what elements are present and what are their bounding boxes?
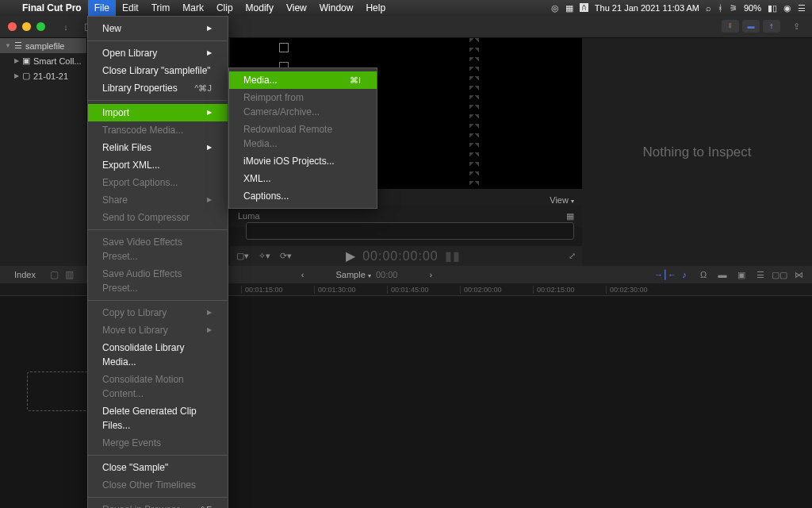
connect-clip-icon[interactable]: ▥	[65, 269, 74, 280]
siri-icon[interactable]: ◉	[783, 3, 791, 13]
layout-inspector-button[interactable]: ⫯	[763, 20, 780, 33]
project-name-dropdown[interactable]: Sample ▾ 00:00	[335, 270, 397, 279]
menu-mark[interactable]: Mark	[176, 0, 210, 16]
ruler-tick: 00:02:30:00	[606, 286, 679, 294]
clip-appearance-icon[interactable]: ▢	[50, 269, 59, 280]
file-close-library[interactable]: Close Library "samplefile"	[88, 62, 228, 79]
smart-collection-label: Smart Coll...	[33, 56, 82, 66]
wifi-icon[interactable]: ⚞	[730, 3, 737, 13]
import-media[interactable]: Media...⌘I	[229, 71, 377, 89]
audio-skim-icon[interactable]: ♪	[679, 269, 690, 280]
prev-edit-button[interactable]: ‹	[301, 270, 304, 279]
menu-view[interactable]: View	[280, 0, 313, 16]
chevron-right-icon: ▶	[14, 72, 19, 79]
next-edit-button[interactable]: ›	[429, 270, 432, 279]
minimize-window[interactable]	[22, 22, 31, 31]
screen-rec-icon[interactable]: ◎	[551, 3, 559, 13]
file-relink[interactable]: Relink Files	[88, 139, 228, 156]
import-xml[interactable]: XML...	[229, 170, 377, 187]
calendar-icon[interactable]: ▦	[565, 3, 573, 13]
library-sidebar: ▼ ☰ samplefile ▶ ▣ Smart Coll... ▶ ▢ 21-…	[0, 38, 87, 266]
menu-help[interactable]: Help	[359, 0, 392, 16]
control-center-icon[interactable]: ☰	[798, 3, 806, 13]
ruler-tick: 00:01:15:00	[241, 286, 314, 294]
chevron-down-icon: ▼	[5, 42, 11, 49]
spotlight-icon[interactable]: ⌕	[706, 3, 711, 13]
fullscreen-window[interactable]	[36, 22, 45, 31]
play-button[interactable]: ▶	[346, 248, 356, 264]
scope-input[interactable]	[246, 222, 574, 240]
input-icon[interactable]: 🅰	[580, 3, 588, 13]
clip-appearance-icon[interactable]: ☰	[755, 269, 766, 280]
file-reveal-browser: Reveal in Browser⇧F	[88, 501, 228, 508]
timecode-display[interactable]: 00:00:00:00	[362, 249, 439, 264]
clock[interactable]: Thu 21 Jan 2021 11:03 AM	[595, 3, 699, 13]
file-close-sample[interactable]: Close "Sample"	[88, 459, 228, 476]
retime-tool[interactable]: ⟳▾	[280, 251, 292, 261]
close-window[interactable]	[8, 22, 17, 31]
timeline-index-button[interactable]: Index	[0, 270, 50, 279]
solo-icon[interactable]: Ω	[698, 269, 709, 280]
chevron-down-icon: ▾	[571, 198, 574, 205]
file-new[interactable]: New	[88, 20, 228, 37]
layout-timeline-button[interactable]: ▬	[742, 20, 760, 33]
file-close-other-timelines: Close Other Timelines	[88, 476, 228, 494]
chevron-right-icon: ▶	[14, 57, 19, 64]
transport-bar: ▢▾ ✧▾ ⟳▾ ▶ 00:00:00:00 ▮▮ ⤢	[230, 246, 582, 266]
menu-edit[interactable]: Edit	[116, 0, 145, 16]
transitions-icon[interactable]: ⋈	[793, 269, 804, 280]
scope-settings-icon[interactable]: ▦	[566, 211, 574, 221]
event-icon: ▢	[22, 71, 30, 81]
fullscreen-viewer-button[interactable]: ⤢	[569, 251, 576, 261]
app-menu[interactable]: Final Cut Pro	[16, 2, 88, 13]
import-captions[interactable]: Captions...	[229, 187, 377, 205]
file-move-library: Move to Library	[88, 321, 228, 339]
inspector-empty-label: Nothing to Inspect	[642, 144, 751, 160]
library-icon: ☰	[14, 40, 22, 51]
file-transcode: Transcode Media...	[88, 121, 228, 139]
skimming-icon[interactable]: →⎮←	[660, 269, 671, 280]
transform-tool[interactable]: ▢▾	[236, 251, 249, 261]
file-save-video-fx: Save Video Effects Preset...	[88, 233, 228, 265]
file-consolidate-library[interactable]: Consolidate Library Media...	[88, 339, 228, 371]
menu-clip[interactable]: Clip	[210, 0, 239, 16]
menu-file[interactable]: File	[88, 0, 116, 16]
smart-collection-row[interactable]: ▶ ▣ Smart Coll...	[0, 53, 86, 68]
library-name: samplefile	[25, 41, 65, 51]
ruler-tick: 00:02:00:00	[460, 286, 533, 294]
event-row[interactable]: ▶ ▢ 21-01-21	[0, 68, 86, 83]
snap-icon[interactable]: ▬	[717, 269, 728, 280]
effects-icon[interactable]: ▢▢	[774, 269, 785, 280]
layout-browser-button[interactable]: ⦀	[722, 20, 739, 33]
menubar-status: ◎ ▦ 🅰 Thu 21 Jan 2021 11:03 AM ⌕ ᚼ ⚞ 90%…	[551, 3, 812, 13]
slot-checkbox[interactable]	[279, 43, 289, 52]
file-export-xml[interactable]: Export XML...	[88, 156, 228, 174]
menu-window[interactable]: Window	[313, 0, 360, 16]
file-copy-library: Copy to Library	[88, 304, 228, 321]
file-open-library[interactable]: Open Library	[88, 44, 228, 62]
share-button[interactable]: ⇪	[787, 20, 806, 34]
window-controls	[0, 22, 53, 31]
bluetooth-icon[interactable]: ᚼ	[718, 3, 723, 13]
audio-meter: ▮▮	[445, 248, 461, 264]
view-menu-button[interactable]: View ▾	[550, 195, 574, 205]
library-row[interactable]: ▼ ☰ samplefile	[0, 38, 86, 53]
battery-pct: 90%	[744, 3, 761, 13]
scope-label: Luma	[238, 211, 260, 221]
file-consolidate-motion: Consolidate Motion Content...	[88, 371, 228, 402]
file-merge-events: Merge Events	[88, 434, 228, 452]
import-reimport: Reimport from Camera/Archive...	[229, 89, 377, 121]
menu-modify[interactable]: Modify	[239, 0, 280, 16]
import-imovie[interactable]: iMovie iOS Projects...	[229, 152, 377, 170]
tool-icon[interactable]: ▣	[736, 269, 747, 280]
import-media-button[interactable]: ↓	[56, 20, 75, 34]
menu-trim[interactable]: Trim	[145, 0, 177, 16]
file-delete-generated[interactable]: Delete Generated Clip Files...	[88, 402, 228, 434]
file-import[interactable]: Import	[88, 104, 228, 121]
inspector-panel: Nothing to Inspect	[582, 38, 812, 266]
enhance-tool[interactable]: ✧▾	[259, 251, 270, 261]
media-offline-edge	[469, 38, 479, 189]
file-export-captions: Export Captions...	[88, 174, 228, 191]
file-library-properties[interactable]: Library Properties^⌘J	[88, 79, 228, 97]
battery-icon[interactable]: ▮▯	[768, 3, 777, 13]
